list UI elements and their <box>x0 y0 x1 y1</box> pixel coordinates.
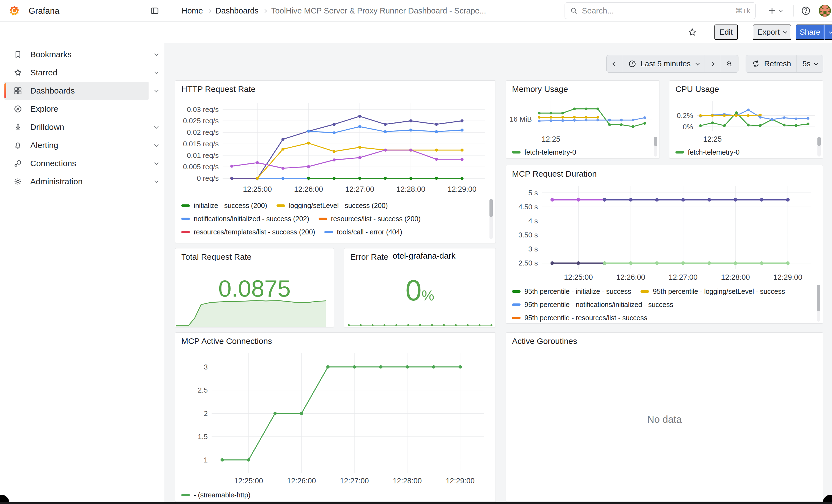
svg-text:12:29:00: 12:29:00 <box>773 273 802 282</box>
panel-title[interactable]: Active Goroutines <box>512 337 577 346</box>
share-button[interactable]: Share <box>796 25 824 40</box>
chevron-down-icon[interactable] <box>154 179 159 183</box>
time-shift-back-button[interactable] <box>607 55 622 72</box>
http-request-rate-chart[interactable]: 12:25:0012:26:0012:27:0012:28:0012:29:00… <box>179 98 492 195</box>
svg-text:3: 3 <box>204 363 208 371</box>
legend-item[interactable]: 95th percentile - initialize - success <box>512 288 631 295</box>
time-shift-forward-button[interactable] <box>705 55 720 72</box>
sidebar-item-administration[interactable]: Administration <box>4 173 149 191</box>
sidebar-item-explore[interactable]: Explore <box>4 100 149 118</box>
plus-icon <box>767 6 777 16</box>
refresh-button[interactable]: Refresh <box>746 55 797 72</box>
legend-item[interactable]: 95th percentile - logging/setLevel - suc… <box>641 288 785 295</box>
chevron-down-icon[interactable] <box>154 124 159 129</box>
legend-item[interactable]: fetch-telemetry-0 <box>512 148 576 156</box>
legend-item[interactable]: initialize - success (200) <box>181 202 267 210</box>
chevron-down-icon[interactable] <box>154 160 159 165</box>
mcp-request-duration-chart[interactable]: 12:25:0012:26:0012:27:0012:28:0012:29:00… <box>509 181 818 283</box>
share-dropdown-button[interactable] <box>824 25 832 40</box>
zoom-out-button[interactable] <box>720 55 738 72</box>
favorite-star-icon[interactable] <box>687 27 697 37</box>
panel-title[interactable]: MCP Active Connections <box>181 337 272 346</box>
chevron-down-icon <box>783 29 787 33</box>
svg-text:3.50 s: 3.50 s <box>518 231 538 239</box>
svg-text:0.02 req/s: 0.02 req/s <box>187 128 219 136</box>
chevron-left-icon <box>612 62 617 66</box>
hover-annotation-label: otel-grafana-dark <box>393 251 456 261</box>
svg-text:12:27:00: 12:27:00 <box>669 273 698 282</box>
http-legend: initialize - success (200)logging/setLev… <box>181 199 483 241</box>
sidebar-item-alerting[interactable]: Alerting <box>4 136 149 154</box>
legend-item[interactable]: resources/list - success (200) <box>319 215 421 223</box>
help-button[interactable] <box>801 4 811 18</box>
brand-name[interactable]: Grafana <box>29 6 59 16</box>
legend-swatch <box>512 303 521 306</box>
legend-scrollbar-thumb[interactable] <box>817 285 820 311</box>
time-range-picker[interactable]: Last 5 minutes <box>622 55 705 72</box>
chevron-right-icon <box>710 62 715 66</box>
legend-scrollbar-thumb[interactable] <box>490 199 493 217</box>
breadcrumb: Home Dashboards ToolHive MCP Server & Pr… <box>182 0 486 22</box>
legend-item[interactable]: logging/setLevel - success (200) <box>277 202 388 210</box>
user-avatar[interactable] <box>819 5 831 17</box>
legend-swatch <box>512 151 521 154</box>
chevron-down-icon[interactable] <box>154 70 159 74</box>
panel-title[interactable]: CPU Usage <box>675 84 719 94</box>
edit-button[interactable]: Edit <box>714 25 738 40</box>
error-rate-sparkline[interactable] <box>345 314 495 327</box>
sidebar-item-drilldown[interactable]: Drilldown <box>4 118 149 136</box>
sidebar-collapse-icon[interactable] <box>150 6 159 16</box>
legend-swatch <box>512 317 521 319</box>
legend-label: 95th percentile - logging/setLevel - suc… <box>653 288 785 295</box>
sidebar-item-dashboards[interactable]: Dashboards <box>4 82 149 100</box>
header-divider <box>794 5 794 17</box>
legend-item[interactable]: 95th percentile - resources/list - succe… <box>512 314 647 322</box>
svg-text:12:25: 12:25 <box>542 135 561 143</box>
sidebar-item-starred[interactable]: Starred <box>4 63 149 82</box>
grafana-logo-icon[interactable] <box>8 5 20 17</box>
sidebar-item-connections[interactable]: Connections <box>4 154 149 173</box>
chevron-down-icon[interactable] <box>154 51 159 56</box>
legend-item[interactable]: notifications/initialized - success (202… <box>181 215 309 223</box>
panel-title[interactable]: Error Rate <box>350 252 388 262</box>
mcp-active-connections-chart[interactable]: 12:25:0012:26:0012:27:0012:28:0012:29:00… <box>179 347 491 487</box>
cpu-usage-chart[interactable]: 12:250.2%0% <box>672 97 820 143</box>
svg-text:12:28:00: 12:28:00 <box>721 273 750 282</box>
svg-text:0.2%: 0.2% <box>677 111 693 120</box>
sidebar-item-label: Dashboards <box>30 86 75 96</box>
svg-text:12:25:00: 12:25:00 <box>564 273 593 282</box>
add-button[interactable] <box>767 4 782 18</box>
panel-title[interactable]: Total Request Rate <box>181 252 252 262</box>
legend-scrollbar-thumb[interactable] <box>817 137 821 146</box>
legend-item[interactable]: resources/templates/list - success (200) <box>181 228 315 236</box>
panel-title[interactable]: Memory Usage <box>512 84 568 94</box>
legend-label: - (streamable-http) <box>194 491 250 499</box>
refresh-interval-picker[interactable]: 5s <box>797 55 823 72</box>
legend-item[interactable]: - (streamable-http) <box>181 491 250 499</box>
panel-title[interactable]: HTTP Request Rate <box>181 84 256 94</box>
panel-mcp-active-connections: MCP Active Connections 12:25:0012:26:001… <box>175 332 496 502</box>
breadcrumb-home[interactable]: Home <box>182 6 203 16</box>
sidebar-item-bookmarks[interactable]: Bookmarks <box>4 45 149 63</box>
legend-item[interactable]: 95th percentile - notifications/initiali… <box>512 301 673 309</box>
memory-usage-chart[interactable]: 12:2516 MiB <box>508 97 656 143</box>
drilldown-icon <box>13 123 23 132</box>
export-button[interactable]: Export <box>753 25 791 40</box>
panel-title[interactable]: MCP Request Duration <box>512 169 597 179</box>
dock-edge-strip <box>0 502 832 504</box>
bookmark-icon <box>13 50 23 59</box>
panel-cpu-usage: CPU Usage 12:250.2%0% fetch-telemetry-0 <box>669 80 823 158</box>
search-box[interactable]: ⌘+k <box>565 2 755 19</box>
search-input[interactable] <box>582 6 732 16</box>
sidebar-item-label: Bookmarks <box>30 50 72 59</box>
time-controls: Last 5 minutes Refresh 5s <box>606 55 823 73</box>
chevron-down-icon[interactable] <box>154 142 159 147</box>
svg-text:1: 1 <box>204 456 208 464</box>
legend-item[interactable]: tools/call - error (404) <box>324 228 402 236</box>
svg-text:12:26:00: 12:26:00 <box>616 273 645 282</box>
legend-item[interactable]: fetch-telemetry-0 <box>675 148 739 156</box>
breadcrumb-dashboards[interactable]: Dashboards <box>215 6 258 16</box>
chevron-down-icon[interactable] <box>154 88 159 92</box>
legend-scrollbar-thumb[interactable] <box>654 137 657 146</box>
sidebar-item-label: Administration <box>30 177 82 186</box>
